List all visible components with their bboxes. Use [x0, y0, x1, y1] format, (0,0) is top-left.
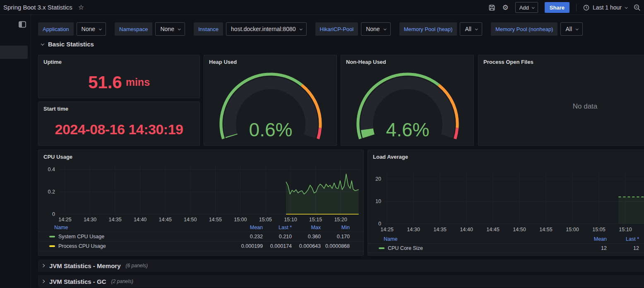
legend-value: 0.360: [292, 234, 321, 240]
row-title: JVM Statistics - Memory: [49, 262, 121, 269]
variable-label[interactable]: Namespace: [115, 22, 152, 36]
variable-label[interactable]: Application: [38, 22, 74, 36]
variable-label[interactable]: Instance: [194, 22, 223, 36]
legend-series-name: Process CPU Usage: [58, 243, 106, 249]
chevron-right-icon: [41, 280, 45, 283]
svg-text:14:45: 14:45: [159, 217, 172, 223]
variable-label[interactable]: Memory Pool (heap): [399, 22, 457, 36]
top-bar-actions: ⚙ Add Share Last 1 hour: [488, 0, 641, 15]
svg-text:14:25: 14:25: [380, 227, 393, 232]
svg-text:10: 10: [375, 198, 381, 204]
panel-cpu-usage: CPU Usage 00.20.414:2514:3014:3514:4014:…: [38, 150, 364, 256]
chevron-down-icon: [475, 27, 478, 30]
legend-series-swatch: [49, 236, 55, 237]
legend-series[interactable]: System CPU Usage: [38, 234, 234, 240]
row-title: JVM Statistics - GC: [49, 278, 106, 285]
heap-used-gauge: 0.6%: [204, 55, 337, 146]
legend-column-header[interactable]: Mean: [574, 236, 607, 242]
start-time-value: 2024-08-16 14:30:19: [55, 121, 183, 138]
variable-selected-value: host.docker.internal:8080: [231, 26, 296, 32]
chevron-down-icon: [299, 27, 302, 30]
legend-header-name[interactable]: Name: [38, 225, 234, 230]
clock-icon: [583, 5, 589, 11]
row-panel-count: (2 panels): [111, 278, 133, 284]
panel-start-time: Start time 2024-08-16 14:30:19: [38, 102, 200, 146]
load-average-legend: NameMeanLast *CPU Core Size1212: [368, 235, 644, 253]
legend-value: 0.000174: [263, 243, 292, 249]
svg-text:15:00: 15:00: [566, 227, 579, 232]
save-dashboard-icon[interactable]: [488, 4, 495, 11]
variable-value-dropdown[interactable]: All: [560, 22, 583, 36]
legend-value: 12: [607, 245, 639, 251]
dashboard-settings-gear-icon[interactable]: ⚙: [502, 4, 508, 11]
svg-text:0: 0: [52, 211, 55, 217]
panel-process-open-files: Process Open Files No data: [478, 55, 644, 146]
variable-value-dropdown[interactable]: host.docker.internal:8080: [226, 22, 306, 36]
variable-selected-value: All: [465, 26, 471, 32]
legend-value: 0.170: [321, 234, 350, 240]
variable-value-dropdown[interactable]: None: [361, 22, 390, 36]
legend-value: 0.210: [263, 234, 292, 240]
section-basic-statistics[interactable]: Basic Statistics: [41, 41, 94, 48]
variable-selected-value: None: [366, 26, 380, 32]
share-button[interactable]: Share: [545, 2, 570, 13]
legend-column-header[interactable]: Mean: [234, 225, 263, 230]
panel-title[interactable]: Start time: [38, 102, 199, 112]
legend-column-header[interactable]: Min: [321, 225, 350, 230]
chevron-down-icon: [99, 27, 102, 30]
chevron-down-icon: [625, 6, 628, 9]
chevron-down-icon: [576, 27, 579, 30]
variable-label[interactable]: HikariCP-Pool: [315, 22, 358, 36]
variable-label[interactable]: Memory Pool (nonheap): [491, 22, 557, 36]
time-range-label: Last 1 hour: [593, 4, 622, 11]
uptime-stat: 51.6 mins: [38, 67, 199, 98]
variable-value-dropdown[interactable]: None: [155, 22, 185, 36]
legend-row: System CPU Usage0.2320.2100.3600.170: [38, 232, 363, 241]
legend-series-name: CPU Core Size: [388, 245, 423, 251]
row-jvm-statistics-gc[interactable]: JVM Statistics - GC (2 panels): [38, 275, 644, 288]
legend-value: 12: [574, 245, 607, 251]
svg-text:14:45: 14:45: [486, 227, 499, 232]
legend-column-header[interactable]: Max: [292, 225, 321, 230]
legend-series-swatch: [49, 245, 55, 247]
dock-sidebar-icon[interactable]: [18, 21, 26, 28]
svg-text:15:20: 15:20: [334, 217, 347, 223]
variable-pair: Memory Pool (nonheap)All: [491, 22, 583, 36]
legend-column-header[interactable]: Last *: [263, 225, 292, 230]
variable-pair: ApplicationNone: [38, 22, 106, 36]
legend-header-name[interactable]: Name: [368, 236, 574, 242]
svg-text:15:05: 15:05: [592, 227, 605, 232]
svg-text:14:35: 14:35: [433, 227, 446, 232]
panel-title[interactable]: Process Open Files: [478, 55, 644, 65]
legend-series[interactable]: Process CPU Usage: [38, 243, 234, 249]
uptime-unit: mins: [126, 76, 150, 88]
svg-text:14:40: 14:40: [460, 227, 473, 232]
legend-row: Process CPU Usage0.0001990.0001740.00064…: [38, 241, 363, 251]
panel-uptime: Uptime 51.6 mins: [38, 55, 200, 98]
legend-row: CPU Core Size1212: [368, 243, 644, 253]
legend-value: 0.232: [234, 234, 263, 240]
start-time-stat: 2024-08-16 14:30:19: [38, 114, 199, 145]
panel-load-average: Load Average 0102014:2514:3014:3514:4014…: [368, 150, 644, 256]
load-average-chart[interactable]: 0102014:2514:3014:3514:4014:4514:5014:55…: [368, 150, 644, 234]
row-jvm-statistics-memory[interactable]: JVM Statistics - Memory (6 panels): [38, 259, 644, 272]
legend-column-header[interactable]: Last *: [607, 236, 639, 242]
zoom-out-time-icon[interactable]: [634, 4, 641, 11]
variable-value-dropdown[interactable]: None: [77, 22, 106, 36]
variable-pair: Memory Pool (heap)All: [399, 22, 482, 36]
legend-series-name: System CPU Usage: [58, 234, 104, 240]
panel-title[interactable]: Uptime: [38, 55, 199, 65]
chevron-right-icon: [41, 264, 45, 267]
svg-text:14:40: 14:40: [134, 217, 147, 223]
variable-value-dropdown[interactable]: All: [460, 22, 482, 36]
legend-value: 0.000199: [234, 243, 263, 249]
sidebar-selected-item[interactable]: [0, 46, 28, 59]
add-button[interactable]: Add: [515, 2, 538, 13]
legend-series[interactable]: CPU Core Size: [368, 245, 574, 251]
cpu-usage-chart[interactable]: 00.20.414:2514:3014:3514:4014:4514:5014:…: [38, 150, 364, 225]
svg-text:14:55: 14:55: [209, 217, 222, 223]
time-range-picker[interactable]: Last 1 hour: [583, 4, 627, 11]
svg-text:14:25: 14:25: [58, 217, 71, 223]
favorite-star-icon[interactable]: ☆: [78, 4, 84, 11]
legend-values: 1212: [574, 245, 639, 251]
